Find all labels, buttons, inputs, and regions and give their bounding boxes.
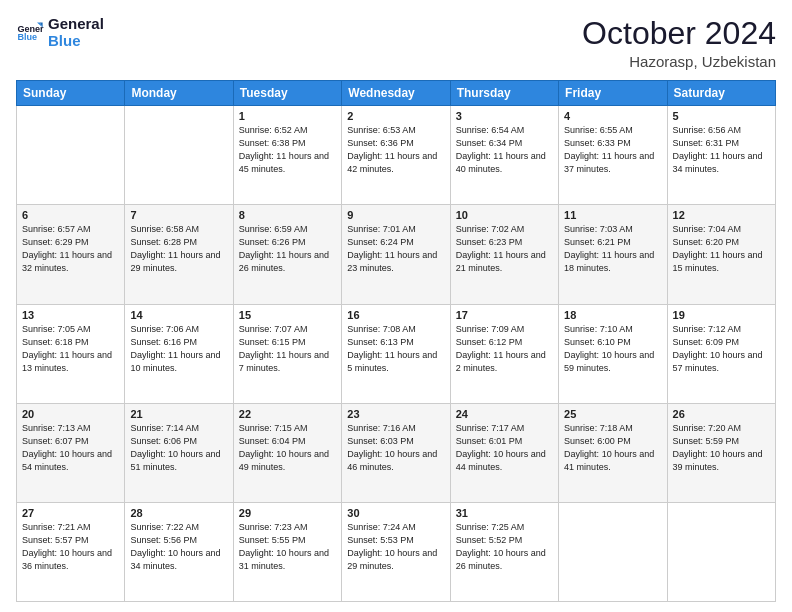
day-content: Sunrise: 7:10 AM Sunset: 6:10 PM Dayligh…	[564, 323, 661, 375]
day-number: 4	[564, 110, 661, 122]
day-content: Sunrise: 6:52 AM Sunset: 6:38 PM Dayligh…	[239, 124, 336, 176]
calendar-cell: 28 Sunrise: 7:22 AM Sunset: 5:56 PM Dayl…	[125, 502, 233, 601]
weekday-header-thursday: Thursday	[450, 81, 558, 106]
day-number: 17	[456, 309, 553, 321]
calendar-cell: 22 Sunrise: 7:15 AM Sunset: 6:04 PM Dayl…	[233, 403, 341, 502]
calendar-cell: 17 Sunrise: 7:09 AM Sunset: 6:12 PM Dayl…	[450, 304, 558, 403]
calendar-header: SundayMondayTuesdayWednesdayThursdayFrid…	[17, 81, 776, 106]
day-content: Sunrise: 6:55 AM Sunset: 6:33 PM Dayligh…	[564, 124, 661, 176]
day-number: 30	[347, 507, 444, 519]
day-content: Sunrise: 6:54 AM Sunset: 6:34 PM Dayligh…	[456, 124, 553, 176]
calendar-cell: 9 Sunrise: 7:01 AM Sunset: 6:24 PM Dayli…	[342, 205, 450, 304]
title-block: October 2024 Hazorasp, Uzbekistan	[582, 16, 776, 70]
calendar-cell: 12 Sunrise: 7:04 AM Sunset: 6:20 PM Dayl…	[667, 205, 775, 304]
day-content: Sunrise: 7:07 AM Sunset: 6:15 PM Dayligh…	[239, 323, 336, 375]
day-content: Sunrise: 7:06 AM Sunset: 6:16 PM Dayligh…	[130, 323, 227, 375]
day-number: 9	[347, 209, 444, 221]
calendar-cell: 13 Sunrise: 7:05 AM Sunset: 6:18 PM Dayl…	[17, 304, 125, 403]
day-number: 14	[130, 309, 227, 321]
logo-blue-text: Blue	[48, 33, 104, 50]
day-number: 18	[564, 309, 661, 321]
calendar-cell: 23 Sunrise: 7:16 AM Sunset: 6:03 PM Dayl…	[342, 403, 450, 502]
calendar-body: 1 Sunrise: 6:52 AM Sunset: 6:38 PM Dayli…	[17, 106, 776, 602]
day-content: Sunrise: 7:23 AM Sunset: 5:55 PM Dayligh…	[239, 521, 336, 573]
day-number: 19	[673, 309, 770, 321]
day-content: Sunrise: 7:12 AM Sunset: 6:09 PM Dayligh…	[673, 323, 770, 375]
calendar-cell: 11 Sunrise: 7:03 AM Sunset: 6:21 PM Dayl…	[559, 205, 667, 304]
calendar-cell: 3 Sunrise: 6:54 AM Sunset: 6:34 PM Dayli…	[450, 106, 558, 205]
day-content: Sunrise: 7:08 AM Sunset: 6:13 PM Dayligh…	[347, 323, 444, 375]
day-content: Sunrise: 7:20 AM Sunset: 5:59 PM Dayligh…	[673, 422, 770, 474]
day-number: 2	[347, 110, 444, 122]
calendar-cell: 5 Sunrise: 6:56 AM Sunset: 6:31 PM Dayli…	[667, 106, 775, 205]
weekday-header-tuesday: Tuesday	[233, 81, 341, 106]
day-number: 27	[22, 507, 119, 519]
day-content: Sunrise: 6:59 AM Sunset: 6:26 PM Dayligh…	[239, 223, 336, 275]
day-content: Sunrise: 6:53 AM Sunset: 6:36 PM Dayligh…	[347, 124, 444, 176]
day-number: 31	[456, 507, 553, 519]
calendar-cell: 16 Sunrise: 7:08 AM Sunset: 6:13 PM Dayl…	[342, 304, 450, 403]
weekday-row: SundayMondayTuesdayWednesdayThursdayFrid…	[17, 81, 776, 106]
day-number: 8	[239, 209, 336, 221]
day-content: Sunrise: 7:21 AM Sunset: 5:57 PM Dayligh…	[22, 521, 119, 573]
day-number: 3	[456, 110, 553, 122]
week-row-5: 27 Sunrise: 7:21 AM Sunset: 5:57 PM Dayl…	[17, 502, 776, 601]
day-number: 24	[456, 408, 553, 420]
day-number: 11	[564, 209, 661, 221]
day-number: 12	[673, 209, 770, 221]
week-row-4: 20 Sunrise: 7:13 AM Sunset: 6:07 PM Dayl…	[17, 403, 776, 502]
day-number: 20	[22, 408, 119, 420]
day-number: 1	[239, 110, 336, 122]
calendar-cell	[17, 106, 125, 205]
calendar-cell: 4 Sunrise: 6:55 AM Sunset: 6:33 PM Dayli…	[559, 106, 667, 205]
week-row-3: 13 Sunrise: 7:05 AM Sunset: 6:18 PM Dayl…	[17, 304, 776, 403]
weekday-header-wednesday: Wednesday	[342, 81, 450, 106]
day-number: 28	[130, 507, 227, 519]
day-content: Sunrise: 6:58 AM Sunset: 6:28 PM Dayligh…	[130, 223, 227, 275]
calendar-cell: 7 Sunrise: 6:58 AM Sunset: 6:28 PM Dayli…	[125, 205, 233, 304]
day-content: Sunrise: 7:15 AM Sunset: 6:04 PM Dayligh…	[239, 422, 336, 474]
weekday-header-sunday: Sunday	[17, 81, 125, 106]
location: Hazorasp, Uzbekistan	[582, 53, 776, 70]
day-number: 21	[130, 408, 227, 420]
week-row-1: 1 Sunrise: 6:52 AM Sunset: 6:38 PM Dayli…	[17, 106, 776, 205]
day-content: Sunrise: 7:02 AM Sunset: 6:23 PM Dayligh…	[456, 223, 553, 275]
calendar-cell: 30 Sunrise: 7:24 AM Sunset: 5:53 PM Dayl…	[342, 502, 450, 601]
day-number: 6	[22, 209, 119, 221]
month-title: October 2024	[582, 16, 776, 51]
header: General Blue General Blue October 2024 H…	[16, 16, 776, 70]
calendar-cell: 21 Sunrise: 7:14 AM Sunset: 6:06 PM Dayl…	[125, 403, 233, 502]
calendar-cell: 6 Sunrise: 6:57 AM Sunset: 6:29 PM Dayli…	[17, 205, 125, 304]
day-content: Sunrise: 6:56 AM Sunset: 6:31 PM Dayligh…	[673, 124, 770, 176]
day-number: 26	[673, 408, 770, 420]
day-content: Sunrise: 7:24 AM Sunset: 5:53 PM Dayligh…	[347, 521, 444, 573]
calendar-cell: 27 Sunrise: 7:21 AM Sunset: 5:57 PM Dayl…	[17, 502, 125, 601]
day-content: Sunrise: 7:09 AM Sunset: 6:12 PM Dayligh…	[456, 323, 553, 375]
calendar-cell: 25 Sunrise: 7:18 AM Sunset: 6:00 PM Dayl…	[559, 403, 667, 502]
calendar-cell	[559, 502, 667, 601]
day-content: Sunrise: 7:01 AM Sunset: 6:24 PM Dayligh…	[347, 223, 444, 275]
calendar-cell	[125, 106, 233, 205]
weekday-header-saturday: Saturday	[667, 81, 775, 106]
calendar-cell: 31 Sunrise: 7:25 AM Sunset: 5:52 PM Dayl…	[450, 502, 558, 601]
calendar-cell: 19 Sunrise: 7:12 AM Sunset: 6:09 PM Dayl…	[667, 304, 775, 403]
calendar-cell: 15 Sunrise: 7:07 AM Sunset: 6:15 PM Dayl…	[233, 304, 341, 403]
calendar-cell: 29 Sunrise: 7:23 AM Sunset: 5:55 PM Dayl…	[233, 502, 341, 601]
day-content: Sunrise: 7:05 AM Sunset: 6:18 PM Dayligh…	[22, 323, 119, 375]
day-number: 13	[22, 309, 119, 321]
calendar-cell: 14 Sunrise: 7:06 AM Sunset: 6:16 PM Dayl…	[125, 304, 233, 403]
day-number: 7	[130, 209, 227, 221]
logo-icon: General Blue	[16, 19, 44, 47]
day-content: Sunrise: 7:22 AM Sunset: 5:56 PM Dayligh…	[130, 521, 227, 573]
calendar-cell: 18 Sunrise: 7:10 AM Sunset: 6:10 PM Dayl…	[559, 304, 667, 403]
day-content: Sunrise: 7:18 AM Sunset: 6:00 PM Dayligh…	[564, 422, 661, 474]
calendar-cell: 20 Sunrise: 7:13 AM Sunset: 6:07 PM Dayl…	[17, 403, 125, 502]
calendar-cell	[667, 502, 775, 601]
day-content: Sunrise: 7:03 AM Sunset: 6:21 PM Dayligh…	[564, 223, 661, 275]
day-content: Sunrise: 6:57 AM Sunset: 6:29 PM Dayligh…	[22, 223, 119, 275]
svg-text:Blue: Blue	[17, 32, 37, 42]
day-number: 5	[673, 110, 770, 122]
calendar-cell: 24 Sunrise: 7:17 AM Sunset: 6:01 PM Dayl…	[450, 403, 558, 502]
day-content: Sunrise: 7:14 AM Sunset: 6:06 PM Dayligh…	[130, 422, 227, 474]
day-number: 29	[239, 507, 336, 519]
